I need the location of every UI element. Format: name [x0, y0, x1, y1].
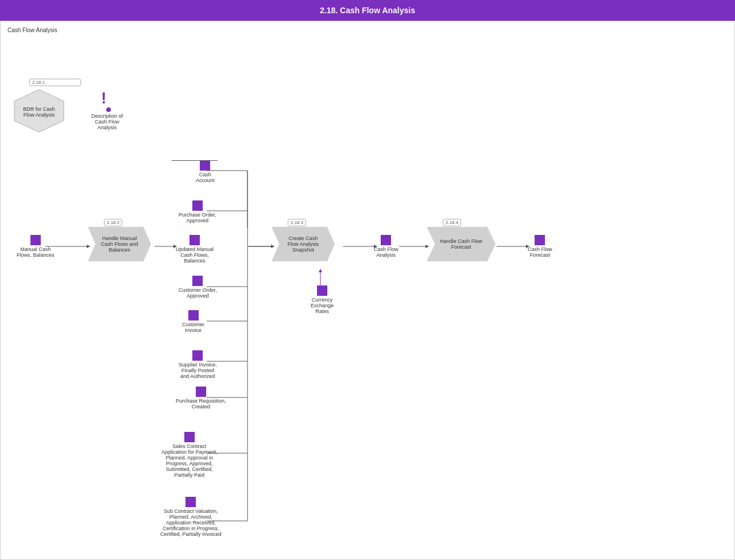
purple-square-customer-order: [192, 276, 203, 286]
process1-badge: 2.18.2: [104, 219, 122, 226]
purple-square-cfa: [381, 235, 391, 245]
label-sub-contract: Sub Contract Valuation,Planned, Archived…: [160, 508, 222, 537]
data-obj-cash-account: CashAccount: [196, 160, 215, 183]
process3-badge: 2.18.4: [443, 219, 461, 226]
label-cash-account: CashAccount: [196, 172, 215, 183]
purple-square-currency: [317, 285, 327, 296]
label-sales-contract: Sales ContractApplication for Payment,Pl…: [161, 443, 218, 478]
label-cff: Cash FlowForecast: [528, 246, 552, 258]
label-purchase-order: Purchase Order,Approved: [179, 212, 216, 223]
purple-square-manual: [30, 235, 41, 245]
data-obj-cash-flow-forecast: Cash FlowForecast: [528, 235, 552, 258]
data-obj-customer-invoice: CustomerInvoice: [182, 310, 204, 333]
label-cfa: Cash FlowAnalysis: [374, 246, 399, 258]
purple-square-customer-invoice: [188, 310, 199, 320]
purple-square-purchase-order: [192, 200, 203, 211]
process1-chevron[interactable]: 2.18.2 Handle ManualCash Flows andBalanc…: [88, 227, 151, 261]
label-updated-manual: Updated ManualCash Flows,Balances: [176, 246, 214, 264]
label-currency: CurrencyExchangeRates: [311, 297, 334, 314]
data-obj-currency: CurrencyExchangeRates: [311, 285, 334, 314]
data-obj-sales-contract: Sales ContractApplication for Payment,Pl…: [161, 432, 218, 478]
bdr-badge: 2.18.1: [29, 79, 81, 86]
exclamation-dot: [106, 107, 111, 112]
canvas: Cash Flow Analysis: [0, 21, 735, 560]
process2-chevron[interactable]: 2.18.3 Create CashFlow AnalysisSnapshot: [272, 227, 335, 261]
arrows-svg: [1, 21, 734, 559]
process1-shape: Handle ManualCash Flows andBalances: [88, 227, 151, 261]
header: 2.18. Cash Flow Analysis: [0, 0, 735, 21]
purple-square-sub-contract: [185, 497, 196, 507]
label-customer-order: Customer Order,Approved: [179, 287, 217, 299]
bdr-hexagon: 2.18.1 BDR for Cash Flow Analysis: [13, 79, 65, 136]
bdr-label: BDR for Cash Flow Analysis: [19, 106, 59, 118]
purple-square-updated-manual: [189, 235, 200, 245]
data-obj-customer-order: Customer Order,Approved: [179, 276, 217, 299]
purple-square-cash-account: [200, 160, 210, 171]
description-label: Description ofCash FlowAnalysis: [91, 113, 123, 130]
label-purchase-requisition: Purchase Requisition,Created: [176, 398, 226, 410]
label-customer-invoice: CustomerInvoice: [182, 322, 204, 333]
data-obj-supplier-invoice: Supplier Invoice,Finally Postedand Autho…: [179, 350, 217, 379]
data-obj-cash-flow-analysis: Cash FlowAnalysis: [374, 235, 399, 258]
group-label: Cash Flow Analysis: [7, 27, 57, 33]
data-obj-manual-cash-flows: Manual CashFlows, Balances: [17, 235, 55, 258]
process2-shape: Create CashFlow AnalysisSnapshot: [272, 227, 335, 261]
purple-square-cff: [535, 235, 545, 245]
data-obj-sub-contract: Sub Contract Valuation,Planned, Archived…: [160, 497, 222, 537]
purple-square-sales-contract: [184, 432, 195, 442]
data-obj-updated-manual: Updated ManualCash Flows,Balances: [176, 235, 214, 264]
exclamation-icon: !: [101, 89, 106, 107]
data-obj-purchase-order: Purchase Order,Approved: [179, 200, 216, 223]
process3-chevron[interactable]: 2.18.4 Handle Cash FlowForecast: [427, 227, 496, 261]
label-manual-cash-flows: Manual CashFlows, Balances: [17, 246, 55, 258]
label-supplier-invoice: Supplier Invoice,Finally Postedand Autho…: [179, 362, 217, 379]
header-title: 2.18. Cash Flow Analysis: [320, 6, 415, 15]
data-obj-purchase-requisition: Purchase Requisition,Created: [176, 387, 226, 410]
purple-square-purchase-req: [196, 387, 206, 397]
process3-shape: Handle Cash FlowForecast: [427, 227, 496, 261]
process2-badge: 2.18.3: [288, 219, 306, 226]
purple-square-supplier-invoice: [192, 350, 203, 361]
